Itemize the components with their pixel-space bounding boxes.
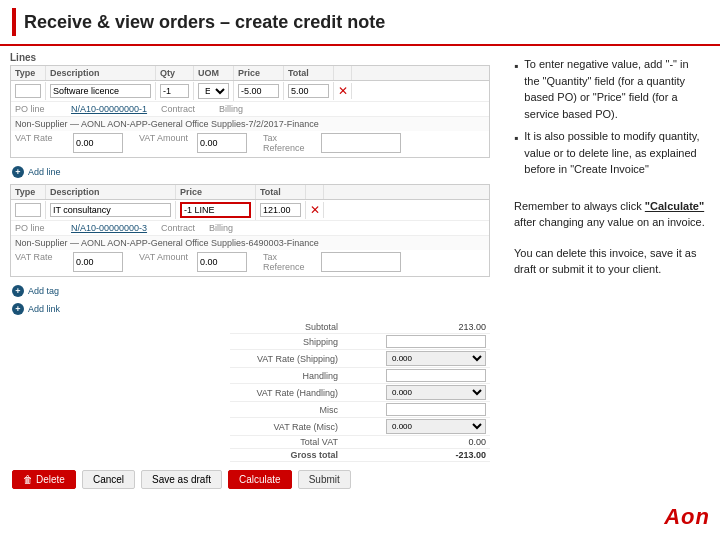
tax-ref-label: Tax Reference — [263, 133, 313, 153]
gross-value: -213.00 — [416, 450, 486, 460]
t2-row1-total-input[interactable] — [260, 203, 301, 217]
tax-ref-input[interactable] — [321, 133, 401, 153]
form-panel: Lines Type Description Qty UOM Price Tot… — [0, 46, 500, 540]
vat-rate-input[interactable] — [73, 133, 123, 153]
table1-po-row: PO line N/A10-00000000-1 Contract Billin… — [11, 102, 489, 117]
bullet-item-2: ▪ It is also possible to modify quantity… — [514, 128, 706, 178]
row1-total — [284, 82, 334, 100]
t2-tax-ref-input[interactable] — [321, 252, 401, 272]
t2-row1-price-input[interactable] — [180, 202, 251, 218]
vat-misc-select[interactable]: 0.000 — [386, 419, 486, 434]
add-link-icon: + — [12, 303, 24, 315]
total-vat-label: Total VAT — [234, 437, 344, 447]
table-row: Each ✕ — [11, 81, 489, 102]
t2-vat-rate-input[interactable] — [73, 252, 123, 272]
col-header-price: Price — [234, 66, 284, 80]
t2-col-del — [306, 185, 324, 199]
t2-col-desc: Description — [46, 185, 176, 199]
lines-table-2: Type Description Price Total — [10, 184, 490, 277]
row1-desc-input[interactable] — [50, 84, 151, 98]
action-bar: 🗑 Delete Cancel Save as draft Calculate … — [10, 470, 490, 489]
bullet-item-1: ▪ To enter negative value, add "-" in th… — [514, 56, 706, 122]
billing-notes-text: Non-Supplier — AONL AON-APP-General Offi… — [15, 119, 319, 129]
vat-handling-select[interactable]: 0.000 — [386, 385, 486, 400]
row1-qty-input[interactable] — [160, 84, 189, 98]
t2-row1-desc-input[interactable] — [50, 203, 171, 217]
t2-row1-price — [176, 200, 256, 220]
cancel-button[interactable]: Cancel — [82, 470, 135, 489]
row1-del[interactable]: ✕ — [334, 83, 352, 99]
gross-label: Gross total — [234, 450, 344, 460]
row1-price — [234, 82, 284, 100]
bullet-symbol-1: ▪ — [514, 57, 518, 122]
table2-vat-row: VAT Rate VAT Amount Tax Reference — [11, 250, 489, 276]
shipping-label: Shipping — [234, 337, 344, 347]
add-line-label: Add line — [28, 167, 61, 177]
lines-table-1: Type Description Qty UOM Price Total — [10, 65, 490, 158]
col-header-type: Type — [11, 66, 46, 80]
add-line-icon: + — [12, 166, 24, 178]
summary-total-vat-row: Total VAT 0.00 — [230, 436, 490, 449]
add-line-btn[interactable]: + Add line — [10, 164, 490, 180]
row1-uom: Each — [194, 81, 234, 101]
row1-type-input[interactable] — [15, 84, 41, 98]
vat-amount-input[interactable] — [197, 133, 247, 153]
billing-label: Billing — [219, 104, 243, 114]
t2-tax-ref-label: Tax Reference — [263, 252, 313, 272]
misc-input[interactable] — [386, 403, 486, 416]
table1-billing-notes: Non-Supplier — AONL AON-APP-General Offi… — [11, 117, 489, 131]
summary-shipping-row: Shipping — [230, 334, 490, 350]
vat-shipping-select[interactable]: 0.000 — [386, 351, 486, 366]
t2-po-value[interactable]: N/A10-00000000-3 — [71, 223, 147, 233]
row1-qty — [156, 82, 194, 100]
page-title: Receive & view orders – create credit no… — [24, 12, 385, 33]
po-label: PO line — [15, 104, 65, 114]
handling-input[interactable] — [386, 369, 486, 382]
row1-uom-select[interactable]: Each — [198, 83, 229, 99]
vat-handling-label: VAT Rate (Handling) — [234, 388, 344, 398]
t2-vat-amount-input[interactable] — [197, 252, 247, 272]
table1-vat-row: VAT Rate VAT Amount Tax Reference — [11, 131, 489, 157]
bullet-symbol-2: ▪ — [514, 129, 518, 178]
t2-row1-type-input[interactable] — [15, 203, 41, 217]
save-draft-button[interactable]: Save as draft — [141, 470, 222, 489]
t2-row1-del[interactable]: ✕ — [306, 202, 324, 218]
shipping-input[interactable] — [386, 335, 486, 348]
subtotal-value: 213.00 — [416, 322, 486, 332]
po-value[interactable]: N/A10-00000000-1 — [71, 104, 147, 114]
bullet-section: ▪ To enter negative value, add "-" in th… — [514, 56, 706, 184]
delete-text: You can delete this invoice, save it as … — [514, 247, 696, 276]
total-vat-value: 0.00 — [416, 437, 486, 447]
table1-header: Type Description Qty UOM Price Total — [11, 66, 489, 81]
contract-label: Contract — [161, 104, 195, 114]
remember-block: Remember to always click "Calculate" aft… — [514, 198, 706, 231]
add-tag-btn[interactable]: + Add tag — [10, 283, 490, 299]
page-container: Receive & view orders – create credit no… — [0, 0, 720, 540]
main-content: Lines Type Description Qty UOM Price Tot… — [0, 46, 720, 540]
col-header-del — [334, 66, 352, 80]
add-link-btn[interactable]: + Add link — [10, 301, 490, 317]
add-tag-label: Add tag — [28, 286, 59, 296]
row1-desc — [46, 82, 156, 100]
row1-total-input[interactable] — [288, 84, 329, 98]
t2-row1-type — [11, 201, 46, 219]
col-header-desc: Description — [46, 66, 156, 80]
t2-col-total: Total — [256, 185, 306, 199]
row1-price-input[interactable] — [238, 84, 279, 98]
t2-vat-amount-label: VAT Amount — [139, 252, 189, 272]
row1-delete-icon[interactable]: ✕ — [338, 84, 348, 98]
summary-subtotal-row: Subtotal 213.00 — [230, 321, 490, 334]
delete-button[interactable]: 🗑 Delete — [12, 470, 76, 489]
t2-row1-delete-icon[interactable]: ✕ — [310, 203, 320, 217]
subtotal-label: Subtotal — [234, 322, 344, 332]
submit-button[interactable]: Submit — [298, 470, 351, 489]
vat-amount-label: VAT Amount — [139, 133, 189, 153]
remember-text: Remember to always click "Calculate" aft… — [514, 200, 705, 229]
summary-misc-row: Misc — [230, 402, 490, 418]
summary-section: Subtotal 213.00 Shipping VAT Rate (Shipp… — [10, 321, 490, 462]
calculate-button[interactable]: Calculate — [228, 470, 292, 489]
add-tag-icon: + — [12, 285, 24, 297]
text-panel: ▪ To enter negative value, add "-" in th… — [500, 46, 720, 540]
table2-billing-notes: Non-Supplier — AONL AON-APP-General Offi… — [11, 236, 489, 250]
lines-header: Lines — [10, 52, 490, 63]
